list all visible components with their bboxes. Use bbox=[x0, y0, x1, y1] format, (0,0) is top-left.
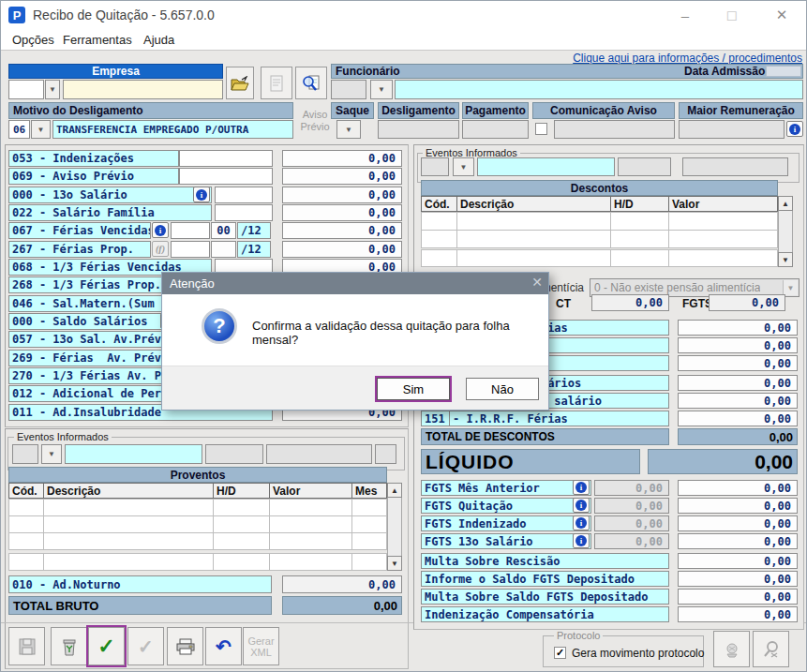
empresa-name-field[interactable] bbox=[63, 80, 223, 99]
evento-code-field[interactable] bbox=[12, 444, 38, 464]
fgts-value[interactable]: 0,00 bbox=[709, 294, 785, 311]
pagamento-field[interactable] bbox=[462, 120, 529, 139]
grid-cell[interactable] bbox=[351, 499, 387, 516]
delete-button[interactable] bbox=[51, 627, 87, 665]
descontos-col-hd[interactable]: H/D bbox=[610, 196, 669, 212]
provento-info-button[interactable]: i bbox=[193, 187, 210, 202]
provento-row-aux-field[interactable] bbox=[179, 150, 273, 167]
tab-saque[interactable]: Saque bbox=[331, 102, 374, 119]
descontos-col-cod[interactable]: Cód. bbox=[421, 196, 457, 212]
evento-valor-field[interactable] bbox=[266, 444, 372, 464]
funcionario-code-field[interactable] bbox=[331, 80, 366, 99]
grid-cell[interactable] bbox=[456, 230, 611, 248]
search-document-button[interactable] bbox=[295, 67, 327, 99]
grid-cell[interactable] bbox=[8, 553, 44, 571]
descontos-col-desc[interactable]: Descrição bbox=[456, 196, 611, 212]
desconto-evento-desc-field[interactable] bbox=[477, 157, 615, 176]
sim-button[interactable]: Sim bbox=[377, 378, 450, 400]
evento-dropdown-button[interactable]: ▼ bbox=[41, 444, 62, 464]
dialog-title-bar[interactable]: Atenção ✕ bbox=[162, 273, 548, 294]
grid-cell[interactable] bbox=[351, 532, 387, 550]
fgts-info-button[interactable]: i bbox=[573, 533, 590, 548]
validate-button[interactable]: ✓ bbox=[88, 627, 125, 665]
undo-button[interactable]: ↶ bbox=[205, 627, 242, 665]
desconto-evento-dropdown-button[interactable]: ▼ bbox=[453, 157, 474, 176]
comunicacao-checkbox[interactable] bbox=[535, 123, 547, 135]
grid-cell[interactable] bbox=[213, 515, 270, 533]
menu-ferramentas[interactable]: Ferramentas bbox=[59, 32, 136, 48]
fgts-info-button[interactable]: i bbox=[573, 498, 590, 513]
gerar-xml-button[interactable]: Gerar XML bbox=[243, 627, 279, 665]
nao-button[interactable]: Não bbox=[466, 378, 539, 400]
funcionario-dropdown-button[interactable]: ▼ bbox=[370, 80, 393, 99]
provento-row-aux-field[interactable] bbox=[215, 204, 273, 221]
proventos-col-desc[interactable]: Descrição bbox=[43, 483, 214, 499]
desconto-evento-hd-field[interactable] bbox=[618, 157, 671, 176]
scroll-up-button[interactable]: ▲ bbox=[778, 196, 793, 211]
grid-cell[interactable] bbox=[269, 553, 352, 571]
fgts-info-button[interactable]: i bbox=[573, 515, 590, 530]
print-button[interactable] bbox=[167, 627, 203, 665]
menu-ajuda[interactable]: Ajuda bbox=[140, 32, 178, 48]
grid-cell[interactable] bbox=[610, 249, 669, 267]
motivo-dropdown-button[interactable]: ▼ bbox=[31, 120, 51, 139]
grid-cell[interactable] bbox=[668, 212, 778, 231]
saque-dropdown-button[interactable]: ▼ bbox=[336, 120, 361, 139]
grid-cell[interactable] bbox=[8, 532, 44, 550]
evento-mes-field[interactable] bbox=[375, 444, 396, 464]
proventos-col-valor[interactable]: Valor bbox=[269, 483, 352, 499]
provento-row-aux-field[interactable] bbox=[179, 168, 273, 185]
dialog-close-icon[interactable]: ✕ bbox=[531, 275, 543, 290]
proventos-col-cod[interactable]: Cód. bbox=[8, 483, 44, 499]
grid-cell[interactable] bbox=[668, 230, 778, 248]
multa-row-value[interactable]: 0,00 bbox=[678, 571, 798, 587]
gera-protocolo-checkbox[interactable]: ✓ bbox=[554, 647, 566, 659]
close-button[interactable]: ✕ bbox=[768, 5, 796, 25]
funcionario-name-field[interactable] bbox=[395, 80, 803, 99]
grid-cell[interactable] bbox=[351, 515, 387, 533]
tab-maior-remuneracao[interactable]: Maior Remuneração bbox=[679, 102, 803, 119]
evento-desc-field[interactable] bbox=[65, 444, 202, 464]
grid-cell[interactable] bbox=[269, 515, 352, 533]
scroll-up-button[interactable]: ▲ bbox=[387, 483, 402, 498]
minimize-button[interactable]: – bbox=[671, 5, 699, 25]
provento-info-button[interactable]: i bbox=[152, 222, 169, 238]
maior-remuneracao-info-button[interactable]: i bbox=[786, 121, 803, 137]
comunicacao-field[interactable] bbox=[554, 120, 675, 139]
grid-cell[interactable] bbox=[421, 212, 457, 231]
tab-pagamento[interactable]: Pagamento bbox=[462, 102, 529, 119]
ferias-meses-field[interactable] bbox=[211, 241, 236, 258]
provento-row-aux-field[interactable] bbox=[171, 222, 210, 239]
grid-cell[interactable] bbox=[8, 515, 44, 533]
motivo-desc-field[interactable]: TRANSFERENCIA EMPREGADO P/OUTRA bbox=[52, 120, 293, 139]
proventos-col-hd[interactable]: H/D bbox=[213, 483, 270, 499]
grid-cell[interactable] bbox=[43, 515, 214, 533]
tab-comunicacao-aviso[interactable]: Comunicação Aviso bbox=[532, 102, 675, 119]
grid-cell[interactable] bbox=[421, 249, 457, 267]
empresa-code-field[interactable] bbox=[8, 80, 44, 99]
desconto-evento-code-field[interactable] bbox=[421, 157, 449, 176]
provento-row-aux-field[interactable] bbox=[171, 241, 210, 258]
scroll-down-button[interactable]: ▼ bbox=[778, 252, 793, 267]
formula-icon[interactable]: (f) bbox=[152, 241, 169, 257]
grid-cell[interactable] bbox=[213, 499, 270, 516]
fgts-info-button[interactable]: i bbox=[573, 480, 590, 495]
open-folder-button[interactable] bbox=[226, 67, 254, 99]
grid-cell[interactable] bbox=[610, 212, 669, 231]
ferias-meses-field[interactable]: 00 bbox=[211, 222, 236, 239]
report-button[interactable] bbox=[261, 67, 292, 99]
menu-opcoes[interactable]: Opções bbox=[8, 32, 58, 48]
empresa-dropdown-button[interactable]: ▼ bbox=[45, 80, 60, 99]
descontos-col-valor[interactable]: Valor bbox=[668, 196, 778, 212]
grid-cell[interactable] bbox=[668, 249, 778, 267]
desconto-evento-valor-field[interactable] bbox=[682, 157, 788, 176]
ct-value[interactable]: 0,00 bbox=[591, 294, 669, 311]
protocol-search-button[interactable] bbox=[753, 631, 789, 667]
grid-cell[interactable] bbox=[456, 249, 611, 267]
grid-cell[interactable] bbox=[8, 499, 44, 516]
grid-cell[interactable] bbox=[610, 230, 669, 248]
grid-cell[interactable] bbox=[43, 499, 214, 516]
grid-cell[interactable] bbox=[213, 553, 270, 571]
save-button[interactable] bbox=[8, 627, 45, 665]
grid-cell[interactable] bbox=[456, 212, 611, 231]
